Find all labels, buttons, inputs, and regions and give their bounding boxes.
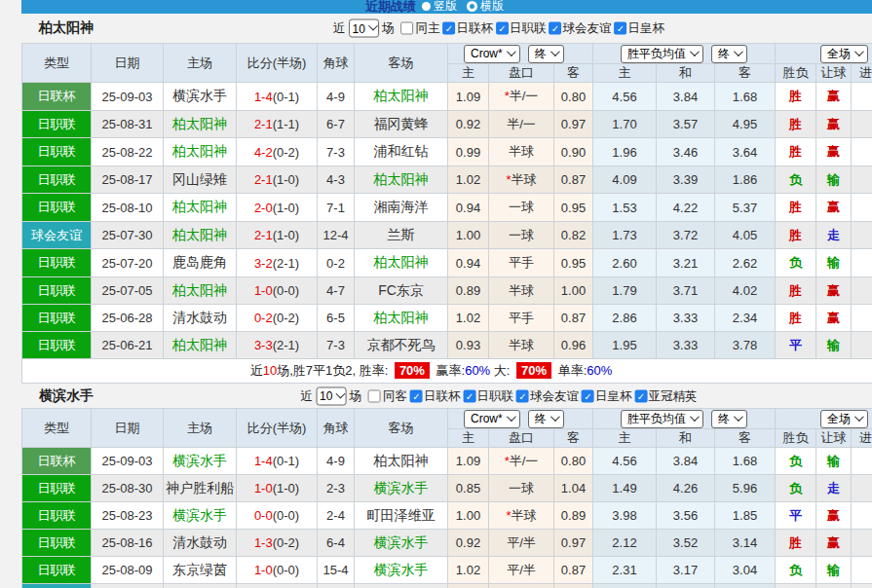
match-score[interactable]: 2-1(1-0): [237, 222, 318, 249]
scope-select[interactable]: 全场: [820, 45, 868, 63]
avg-home: 4.56: [593, 83, 657, 111]
away-team[interactable]: 横滨水手: [355, 475, 448, 502]
away-team[interactable]: 京都不死鸟: [355, 332, 448, 359]
league-badge[interactable]: 日职联: [22, 502, 92, 530]
match-score[interactable]: [237, 584, 318, 588]
home-team[interactable]: 清水鼓动: [164, 530, 237, 557]
league-checkbox-1[interactable]: ✓: [496, 22, 509, 35]
league-badge[interactable]: 日职联: [22, 166, 92, 194]
home-team[interactable]: 柏太阳神: [164, 222, 237, 249]
home-team[interactable]: 横滨水手: [164, 83, 237, 111]
league-badge[interactable]: 球会友谊: [22, 584, 92, 588]
rate-badge: 70%: [395, 362, 430, 379]
league-checkbox-1[interactable]: ✓: [463, 389, 475, 402]
away-team[interactable]: 兰斯: [355, 222, 448, 249]
away-team[interactable]: FC东京: [355, 277, 448, 305]
away-team[interactable]: 柏太阳神: [355, 305, 448, 332]
home-team[interactable]: 柏太阳神: [164, 138, 237, 166]
home-team[interactable]: 鹿岛鹿角: [164, 249, 237, 277]
league-badge[interactable]: 日职联: [22, 194, 92, 222]
radio-vertical-label: 竖版: [434, 0, 457, 14]
league-checkbox-0[interactable]: ✓: [442, 22, 455, 35]
match-date: 25-08-09: [92, 557, 164, 584]
match-score[interactable]: 4-2(0-2): [237, 138, 318, 166]
away-team[interactable]: 福冈黄蜂: [355, 111, 448, 138]
away-team[interactable]: 柏太阳神: [355, 249, 448, 277]
scope-select[interactable]: 全场: [820, 410, 868, 428]
away-team[interactable]: 柏太阳神: [355, 448, 448, 475]
odds-final-select[interactable]: 终: [528, 45, 564, 63]
match-score[interactable]: 1-0(1-0): [237, 475, 318, 502]
league-badge[interactable]: 日职联: [22, 475, 92, 502]
away-team[interactable]: 浦和红钻: [355, 138, 448, 166]
same-venue-checkbox[interactable]: [368, 389, 381, 402]
league-badge[interactable]: 日职联: [22, 249, 92, 277]
home-team[interactable]: 柏太阳神: [164, 277, 237, 305]
match-score[interactable]: 1-4(0-1): [237, 448, 318, 475]
away-team[interactable]: 横滨水手: [355, 557, 448, 584]
match-score[interactable]: 0-2(0-2): [237, 305, 318, 332]
match-score[interactable]: 3-2(2-1): [237, 249, 318, 277]
match-score[interactable]: 1-4(0-1): [237, 83, 318, 111]
match-score[interactable]: 1-3(0-2): [237, 530, 318, 557]
league-checkbox-4[interactable]: ✓: [634, 389, 647, 402]
home-team[interactable]: 横滨水手: [164, 448, 237, 475]
away-team[interactable]: 横滨水手: [355, 530, 448, 557]
avg-home: 1.53: [593, 194, 657, 222]
away-team[interactable]: 柏太阳神: [355, 166, 448, 194]
league-badge[interactable]: 日职联: [22, 530, 92, 557]
home-team[interactable]: 柏太阳神: [164, 111, 237, 138]
match-count-select[interactable]: 10: [316, 386, 346, 405]
league-badge[interactable]: 日职联: [22, 305, 92, 332]
away-team[interactable]: [355, 584, 448, 588]
same-venue-checkbox[interactable]: [400, 22, 413, 35]
league-checkbox-2[interactable]: ✓: [516, 389, 529, 402]
league-checkbox-3[interactable]: ✓: [614, 22, 626, 35]
radio-vertical[interactable]: [422, 2, 431, 11]
match-score[interactable]: 1-0(0-0): [237, 557, 318, 584]
home-team[interactable]: 柏太阳神: [164, 332, 237, 359]
avg-final-select[interactable]: 终: [711, 410, 747, 428]
odds-source-select[interactable]: Crow*: [464, 45, 520, 63]
away-team[interactable]: 柏太阳神: [355, 83, 448, 111]
match-score[interactable]: 1-0(0-0): [237, 277, 318, 305]
odds-away: 0.97: [554, 111, 593, 138]
home-team[interactable]: 柏太阳神: [164, 194, 237, 222]
home-team[interactable]: 冈山绿雉: [164, 166, 237, 194]
away-team[interactable]: 湘南海洋: [355, 194, 448, 222]
home-team[interactable]: 东京绿茵: [164, 557, 237, 584]
league-badge[interactable]: 日职联: [22, 111, 92, 138]
avg-home: 1.95: [593, 332, 657, 359]
league-badge[interactable]: 日联杯: [22, 448, 92, 475]
league-checkbox-2[interactable]: ✓: [549, 22, 561, 35]
match-score[interactable]: 3-3(2-1): [237, 332, 318, 359]
avg-odds-select[interactable]: 胜平负均值: [621, 45, 703, 63]
league-badge[interactable]: 日职联: [22, 332, 92, 359]
league-badge[interactable]: 日职联: [22, 138, 92, 166]
match-score[interactable]: 2-0(1-0): [237, 194, 318, 222]
league-badge[interactable]: 日联杯: [22, 83, 92, 111]
away-team[interactable]: 町田泽维亚: [355, 502, 448, 530]
avg-odds-select[interactable]: 胜平负均值: [621, 410, 703, 428]
avg-draw: 3.84: [657, 448, 715, 475]
league-checkbox-3[interactable]: ✓: [582, 389, 594, 402]
league-badge[interactable]: 日职联: [22, 557, 92, 584]
home-team[interactable]: [164, 584, 237, 588]
avg-final-select[interactable]: 终: [711, 45, 747, 63]
radio-horizontal[interactable]: [467, 1, 477, 12]
home-team[interactable]: 神户胜利船: [164, 475, 237, 502]
odds-final-select[interactable]: 终: [528, 410, 564, 428]
odds-source-select[interactable]: Crow*: [464, 410, 520, 428]
home-team[interactable]: 清水鼓动: [164, 305, 237, 332]
league-badge[interactable]: 日职联: [22, 277, 92, 305]
match-count-select[interactable]: 10: [349, 19, 379, 38]
league-badge[interactable]: 球会友谊: [22, 222, 92, 249]
match-score[interactable]: 0-0(0-0): [237, 502, 318, 530]
match-score[interactable]: 2-1(1-0): [237, 166, 318, 194]
odds-home: 1.09: [448, 83, 489, 111]
summary-segment: 大:: [490, 363, 513, 378]
match-score[interactable]: 2-1(1-1): [237, 111, 318, 138]
home-team[interactable]: 横滨水手: [164, 502, 237, 530]
league-checkbox-0[interactable]: ✓: [410, 389, 423, 402]
page: 近期战绩 竖版 横版 柏太阳神近10场同主✓日联杯✓日职联✓球会友谊✓日皇杯类型…: [21, 0, 872, 588]
